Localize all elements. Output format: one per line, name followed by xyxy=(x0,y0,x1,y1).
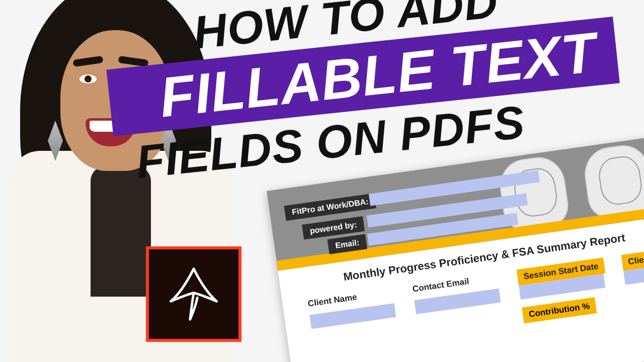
col-client-name: Client Name xyxy=(307,292,358,309)
adobe-acrobat-icon xyxy=(146,246,242,342)
col-contribution: Contribution % xyxy=(522,297,597,323)
col-client-id: Client ID xyxy=(621,248,644,271)
col-contact-email: Contact Email xyxy=(412,277,470,295)
